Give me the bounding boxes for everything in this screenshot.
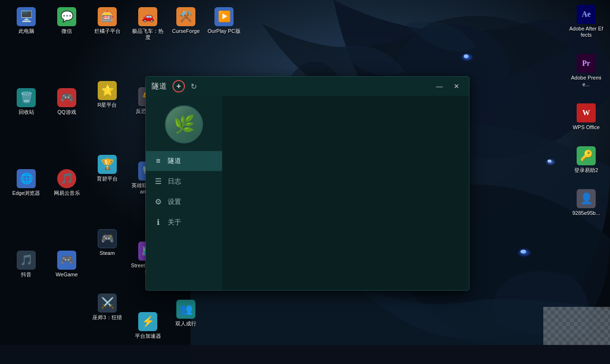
desktop-icon-pr[interactable]: Pr Adobe Premie... <box>569 54 603 87</box>
nav-item-about[interactable]: ℹ 关于 <box>146 212 222 233</box>
tunnel-nav-icon: ≡ <box>153 157 163 165</box>
log-nav-icon: ☰ <box>153 177 163 186</box>
desktop-icon-wps[interactable]: W WPS Office <box>569 103 603 131</box>
desktop-icon-steam[interactable]: 🎮 Steam <box>90 229 124 256</box>
desktop-icon-wegame[interactable]: 🎮 WeGame <box>50 251 84 278</box>
desktop-icon-netease[interactable]: 🎵 网易云音乐 <box>50 169 84 196</box>
main-content-area <box>222 96 469 290</box>
desktop-icon-my-computer[interactable]: 🖥️ 此电脑 <box>9 7 43 34</box>
settings-nav-icon: ⚙ <box>153 197 163 206</box>
desktop-icon-nfs[interactable]: 🚗 极品飞车：热度 <box>131 7 165 40</box>
app-sidebar: 🌿 ≡ 隧道 ☰ 日志 ⚙ 设置 ℹ 关于 <box>146 96 222 290</box>
desktop-icon-rockstar[interactable]: ⭐ R星平台 <box>90 81 124 108</box>
nav-label-about: 关于 <box>168 218 181 227</box>
desktop-icon-curseforge[interactable]: ⚒️ CurseForge <box>169 7 203 34</box>
desktop-icon-recycle-bin[interactable]: 🗑️ 回收站 <box>9 88 43 115</box>
desktop-icon-witcher3[interactable]: ⚔️ 巫师3：狂猎 <box>90 293 124 321</box>
nav-label-tunnel: 隧道 <box>168 157 181 165</box>
desktop-icon-weixin[interactable]: 💬 微信 <box>50 7 84 34</box>
about-nav-icon: ℹ <box>153 218 163 227</box>
add-tunnel-button[interactable]: + <box>173 80 185 92</box>
tunnel-app-window: 隧道 + ↻ — ✕ 🌿 ≡ 隧道 ☰ 日志 ⚙ <box>145 76 469 291</box>
desktop-icon-tiktok[interactable]: 🎵 抖音 <box>9 251 43 278</box>
nav-item-settings[interactable]: ⚙ 设置 <box>146 192 222 212</box>
user-avatar: 🌿 <box>165 105 203 143</box>
desktop-icon-login-easy[interactable]: 🔑 登录易助2 <box>569 146 603 173</box>
taskbar <box>0 345 610 364</box>
minimize-button[interactable]: — <box>433 80 446 93</box>
right-desktop-icons: Ae Adobe After Effects Pr Adobe Premie..… <box>567 5 605 216</box>
nav-label-settings: 设置 <box>168 198 181 206</box>
desktop-icon-ubisoft[interactable]: 🏆 育碧平台 <box>90 155 124 182</box>
desktop-icon-platform-accel[interactable]: ⚡ 平台加速器 <box>131 312 165 339</box>
window-controls: — ✕ <box>433 80 463 93</box>
window-title-bar: 隧道 + ↻ — ✕ <box>146 77 469 96</box>
nav-label-log: 日志 <box>168 177 181 186</box>
window-body: 🌿 ≡ 隧道 ☰ 日志 ⚙ 设置 ℹ 关于 <box>146 96 469 290</box>
desktop-icon-launcher[interactable]: 🎰 烂橘子平台 <box>90 7 124 34</box>
desktop-icon-user-profile[interactable]: 👤 9285e95b... <box>569 189 603 216</box>
close-button[interactable]: ✕ <box>450 80 463 93</box>
nav-item-log[interactable]: ☰ 日志 <box>146 171 222 192</box>
refresh-button[interactable]: ↻ <box>191 82 197 91</box>
desktop-icon-qq-game[interactable]: 🎮 QQ游戏 <box>50 88 84 115</box>
desktop-icon-edge[interactable]: 🌐 Edge浏览器 <box>9 169 43 196</box>
checkerboard-pattern <box>543 307 610 345</box>
desktop-icon-double-action[interactable]: 👥 双人成行 <box>169 300 203 327</box>
desktop-icon-ourplay[interactable]: ▶️ OurPlay PC版 <box>207 7 241 34</box>
window-title: 隧道 <box>152 81 167 91</box>
desktop-icon-ae[interactable]: Ae Adobe After Effects <box>569 5 603 38</box>
nav-item-tunnel[interactable]: ≡ 隧道 <box>146 151 222 171</box>
